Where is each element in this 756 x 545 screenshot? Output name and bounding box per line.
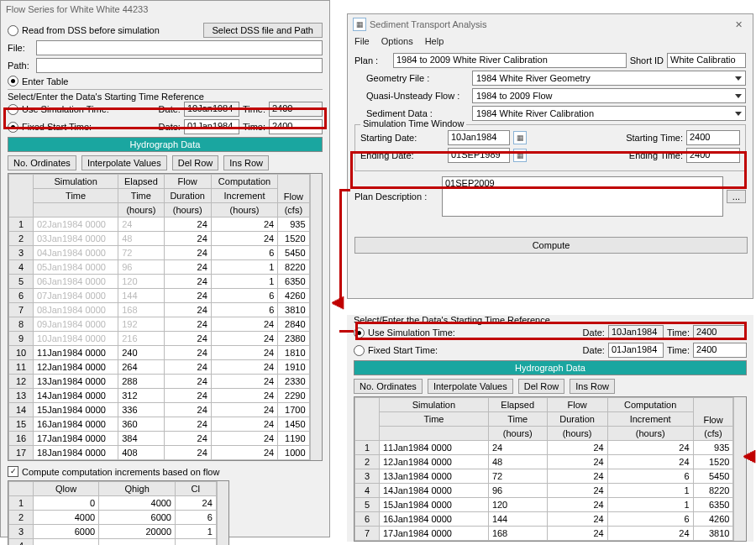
- frag-scrollbar[interactable]: [733, 397, 746, 541]
- table-row[interactable]: 9 10Jan1984 0000 216 24242380: [9, 332, 310, 346]
- table-row[interactable]: 2400060006: [9, 511, 217, 525]
- use-sim-label: Use Simulation Time:: [22, 104, 155, 114]
- plan-desc-label: Plan Description :: [354, 191, 438, 202]
- frag-interp[interactable]: Interpolate Values: [428, 379, 513, 394]
- start-date-input[interactable]: 10Jan1984: [448, 130, 510, 145]
- table-row[interactable]: 3 04Jan1984 0000 72 2465450: [9, 246, 310, 260]
- enter-table-radio[interactable]: [8, 76, 18, 86]
- table-row[interactable]: 6 16Jan1984 0000144 2464260: [355, 512, 733, 527]
- arrow-left-icon: ⯇: [331, 296, 346, 313]
- qus-select[interactable]: 1984 to 2009 Flow: [472, 88, 746, 103]
- flow-series-window: Flow Series for White White 44233 Read f…: [0, 0, 330, 537]
- short-id-input[interactable]: White Calibratio: [667, 53, 746, 68]
- flow-series-titlebar: Flow Series for White White 44233: [1, 1, 329, 18]
- frag-table[interactable]: Simulation Elapsed Flow Computation Flow…: [354, 397, 733, 541]
- table-row[interactable]: 7 08Jan1984 0000 168 2463810: [9, 303, 310, 317]
- hydrograph-table[interactable]: Simulation Elapsed Flow Computation Flow…: [8, 174, 310, 460]
- ins-row-button[interactable]: Ins Row: [223, 155, 269, 170]
- table-row[interactable]: 5 06Jan1984 0000 120 2416350: [9, 275, 310, 289]
- table-row[interactable]: 4: [9, 539, 217, 546]
- table-row[interactable]: 10400024: [9, 496, 217, 511]
- compute-button[interactable]: Compute: [354, 237, 748, 254]
- frag-fix-time[interactable]: 2400: [693, 343, 747, 358]
- table-row[interactable]: 1 11Jan1984 000024 2424935: [355, 441, 733, 455]
- frag-hydrograph-title: Hydrograph Data: [354, 360, 747, 375]
- sim-window-label: Simulation Time Window: [360, 118, 466, 128]
- table-row[interactable]: 16 17Jan1984 0000 384 24241190: [9, 432, 310, 446]
- sim-date: 10Jan1984: [184, 102, 239, 117]
- end-time-input[interactable]: 2400: [686, 148, 740, 163]
- end-date-input[interactable]: 01SEP1989: [448, 148, 510, 163]
- plan-input[interactable]: 1984 to 2009 White River Calibration: [393, 53, 627, 68]
- annotation-line: [339, 189, 350, 191]
- table-row[interactable]: 4 14Jan1984 000096 2418220: [355, 484, 733, 498]
- table-row[interactable]: 12 13Jan1984 0000 288 24242330: [9, 375, 310, 389]
- menubar: File Options Help: [348, 34, 753, 48]
- fix-time-input[interactable]: 2400: [269, 119, 323, 134]
- table-row[interactable]: 4 05Jan1984 0000 96 2418220: [9, 260, 310, 275]
- fixed-start-radio[interactable]: [8, 122, 18, 133]
- hydrograph-fragment: Select/Enter the Data's Starting Time Re…: [347, 315, 753, 542]
- geom-select[interactable]: 1984 White River Geometry: [472, 71, 746, 86]
- path-input[interactable]: [36, 58, 323, 73]
- sed-select[interactable]: 1984 White River Calibration: [472, 106, 746, 121]
- time-label-2: Time:: [243, 122, 265, 132]
- start-time-input[interactable]: 2400: [686, 130, 740, 145]
- plan-desc-more-button[interactable]: ...: [727, 190, 746, 203]
- table-row[interactable]: 36000200001: [9, 525, 217, 539]
- calendar-icon[interactable]: ▦: [513, 131, 527, 144]
- compute-increments-label: Compute computation increments based on …: [22, 467, 219, 477]
- calendar-icon[interactable]: ▦: [513, 149, 527, 162]
- sed-titlebar: ▦ Sediment Transport Analysis ✕: [348, 14, 753, 34]
- table-row[interactable]: 2 03Jan1984 0000 48 24241520: [9, 232, 310, 246]
- table-row[interactable]: 8 09Jan1984 0000 192 24242840: [9, 317, 310, 332]
- interpolate-button[interactable]: Interpolate Values: [81, 155, 167, 170]
- fix-date-input[interactable]: 01Jan1984: [184, 119, 239, 134]
- plan-desc-input[interactable]: 01SEP2009: [442, 176, 723, 217]
- close-icon[interactable]: ✕: [730, 19, 748, 30]
- read-dss-radio[interactable]: [8, 25, 18, 36]
- file-label: File:: [8, 43, 33, 53]
- end-time-label: Ending Time:: [629, 150, 683, 160]
- annotation-line: [339, 330, 354, 333]
- sed-title: Sediment Transport Analysis: [370, 19, 486, 29]
- frag-ins-row[interactable]: Ins Row: [570, 379, 615, 394]
- file-input[interactable]: [36, 40, 323, 55]
- table-row[interactable]: 3 13Jan1984 000072 2465450: [355, 469, 733, 484]
- table-row[interactable]: 1 02Jan1984 0000 24 2424935: [9, 217, 310, 232]
- q-scrollbar[interactable]: [217, 481, 228, 545]
- read-dss-label: Read from DSS before simulation: [22, 25, 200, 35]
- start-time-label: Starting Time:: [626, 133, 683, 143]
- compute-increments-check[interactable]: ✓: [8, 466, 18, 477]
- frag-time-ref-hdr: Select/Enter the Data's Starting Time Re…: [354, 315, 747, 325]
- select-dss-button[interactable]: Select DSS file and Path: [203, 23, 323, 38]
- table-row[interactable]: 5 15Jan1984 0000120 2416350: [355, 498, 733, 512]
- table-row[interactable]: 14 15Jan1984 0000 336 24241700: [9, 403, 310, 417]
- menu-options[interactable]: Options: [381, 36, 413, 46]
- table-scrollbar[interactable]: [310, 174, 322, 460]
- chevron-down-icon: [735, 112, 742, 116]
- menu-help[interactable]: Help: [425, 36, 444, 46]
- frag-no-ord[interactable]: No. Ordinates: [354, 379, 423, 394]
- frag-fixed-radio[interactable]: [354, 345, 365, 356]
- path-label: Path:: [8, 60, 33, 71]
- table-row[interactable]: 7 17Jan1984 0000168 24243810: [355, 527, 733, 541]
- table-row[interactable]: 2 12Jan1984 000048 24241520: [355, 455, 733, 469]
- table-row[interactable]: 6 07Jan1984 0000 144 2464260: [9, 289, 310, 303]
- menu-file[interactable]: File: [354, 36, 370, 46]
- hydrograph-title: Hydrograph Data: [8, 137, 323, 152]
- no-ordinates-button[interactable]: No. Ordinates: [8, 155, 76, 170]
- frag-fix-date[interactable]: 01Jan1984: [608, 343, 664, 358]
- table-row[interactable]: 17 18Jan1984 0000 408 24241000: [9, 446, 310, 460]
- del-row-button[interactable]: Del Row: [172, 155, 219, 170]
- use-sim-radio[interactable]: [8, 104, 18, 115]
- date-label-1: Date:: [159, 104, 181, 114]
- table-row[interactable]: 10 11Jan1984 0000 240 24241810: [9, 346, 310, 360]
- q-table[interactable]: Qlow Qhigh CI 10400024240006000636000200…: [8, 481, 217, 545]
- frag-del-row[interactable]: Del Row: [518, 379, 565, 394]
- table-row[interactable]: 11 12Jan1984 0000 264 24241910: [9, 360, 310, 375]
- frag-use-sim-radio[interactable]: [354, 328, 365, 338]
- table-row[interactable]: 13 14Jan1984 0000 312 24242290: [9, 389, 310, 403]
- short-id-label: Short ID: [630, 55, 664, 66]
- table-row[interactable]: 15 16Jan1984 0000 360 24241450: [9, 417, 310, 432]
